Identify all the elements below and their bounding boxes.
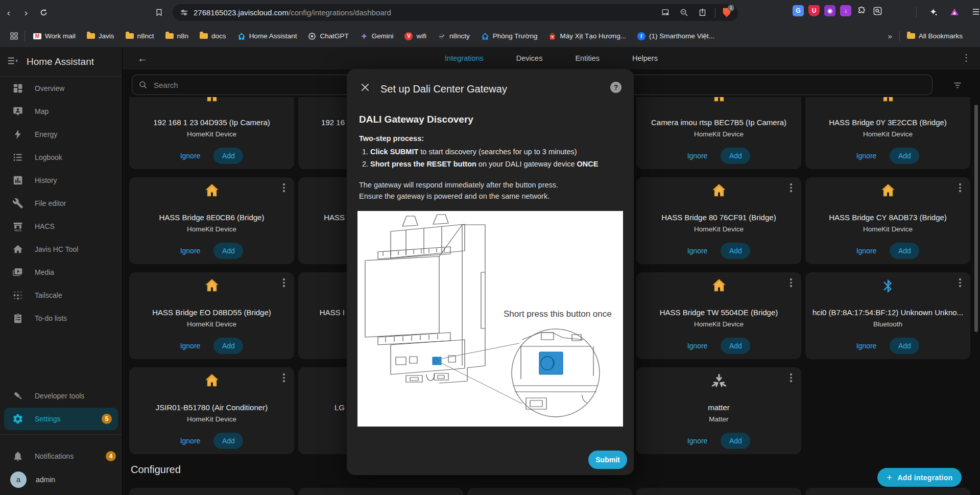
- homekit-home-icon: [636, 97, 801, 104]
- purple-extension-icon[interactable]: ◉: [824, 5, 835, 16]
- card-menu-icon[interactable]: [955, 278, 965, 290]
- add-button[interactable]: Add: [721, 433, 750, 449]
- sidebar-item-history[interactable]: History: [0, 169, 122, 192]
- bookmark-smarthome[interactable]: f(1) Smarthome Việt...: [637, 32, 714, 40]
- sidebar-toggle-icon[interactable]: [7, 55, 18, 68]
- card-menu-icon[interactable]: [786, 373, 796, 385]
- forward-icon[interactable]: ›: [17, 7, 35, 18]
- leo-ai-icon[interactable]: [925, 4, 941, 19]
- add-button[interactable]: Add: [721, 148, 750, 164]
- tab-groups-icon[interactable]: [6, 29, 21, 44]
- sidebar-item-settings[interactable]: Settings 5: [4, 408, 118, 430]
- extensions-puzzle-icon[interactable]: [856, 5, 867, 16]
- scrollbar[interactable]: [974, 105, 978, 332]
- bookmark-n8n[interactable]: n8n: [165, 32, 189, 40]
- add-button[interactable]: Add: [213, 433, 243, 449]
- sidebar-item-overview[interactable]: Overview: [0, 77, 122, 100]
- sidebar-item-map[interactable]: Map: [0, 100, 122, 123]
- bookmark-docs[interactable]: docs: [200, 32, 226, 40]
- all-bookmarks[interactable]: All Bookmarks: [907, 32, 963, 40]
- bookmarks-overflow-chevron[interactable]: »: [888, 32, 892, 40]
- card-subtitle: Matter: [640, 415, 797, 423]
- ignore-button[interactable]: Ignore: [856, 247, 877, 255]
- search-page-extension-icon[interactable]: [872, 5, 883, 16]
- bookmark-work-mail[interactable]: MWork mail: [33, 32, 76, 40]
- bookmark-gemini[interactable]: Gemini: [360, 32, 394, 40]
- sidebar-item-notifications[interactable]: Notifications 4: [0, 444, 122, 467]
- address-bar[interactable]: 2768165023.javiscloud.com/config/integra…: [173, 4, 738, 21]
- add-button[interactable]: Add: [890, 338, 919, 354]
- ignore-button[interactable]: Ignore: [687, 342, 708, 350]
- add-button[interactable]: Add: [213, 243, 243, 259]
- brave-shield-icon[interactable]: 1: [721, 7, 733, 19]
- add-button[interactable]: Add: [721, 338, 750, 354]
- zoom-icon[interactable]: [676, 5, 691, 20]
- sidebar-item-logbook[interactable]: Logbook: [0, 146, 122, 169]
- help-icon[interactable]: ?: [610, 82, 622, 93]
- add-button[interactable]: Add: [890, 148, 919, 164]
- ignore-button[interactable]: Ignore: [856, 152, 877, 160]
- sidebar-item-tailscale[interactable]: Tailscale: [0, 284, 122, 307]
- add-button[interactable]: Add: [721, 243, 750, 259]
- sidebar-item-energy[interactable]: Energy: [0, 123, 122, 146]
- bookmark-n8ncty[interactable]: n8ncty: [438, 32, 470, 40]
- bookmark-javis[interactable]: Javis: [87, 32, 114, 40]
- ignore-button[interactable]: Ignore: [180, 152, 201, 160]
- card-menu-icon[interactable]: [786, 278, 796, 290]
- bookmark-chatgpt[interactable]: ChatGPT: [308, 32, 348, 40]
- submit-button[interactable]: Submit: [588, 451, 627, 469]
- add-button[interactable]: Add: [213, 338, 243, 354]
- sidebar-item-javis-hc-tool[interactable]: Javis HC Tool: [0, 238, 122, 261]
- ignore-button[interactable]: Ignore: [180, 342, 201, 350]
- sidebar-item-file-editor[interactable]: File editor: [0, 192, 122, 215]
- bookmark-icon[interactable]: [151, 5, 166, 20]
- sidebar-item-todo-lists[interactable]: To-do lists: [0, 307, 122, 329]
- downloader-extension-icon[interactable]: ↓: [840, 5, 851, 16]
- bookmark-may-xit[interactable]: S Máy Xịt Tạo Hương...: [548, 32, 626, 40]
- tab-integrations[interactable]: Integrations: [444, 48, 485, 68]
- card-menu-icon[interactable]: [955, 97, 965, 100]
- ignore-button[interactable]: Ignore: [180, 247, 201, 255]
- translate-extension-icon[interactable]: G: [793, 5, 804, 16]
- add-integration-button[interactable]: + Add integration: [877, 468, 962, 487]
- bookmark-n8nct[interactable]: n8nct: [126, 32, 154, 40]
- overflow-menu-icon[interactable]: ⋮: [962, 52, 971, 63]
- ignore-button[interactable]: Ignore: [687, 152, 708, 160]
- add-button[interactable]: Add: [890, 243, 919, 259]
- card-menu-icon[interactable]: [786, 97, 796, 100]
- search-input[interactable]: [153, 80, 357, 90]
- gateway-illustration: Short press this button once: [357, 211, 623, 427]
- ignore-button[interactable]: Ignore: [856, 342, 877, 350]
- add-button[interactable]: Add: [213, 148, 243, 164]
- filter-icon[interactable]: [950, 78, 965, 93]
- card-menu-icon[interactable]: [279, 97, 289, 100]
- card-menu-icon[interactable]: [279, 183, 289, 195]
- send-to-device-icon[interactable]: [658, 5, 673, 20]
- bookmark-wifi[interactable]: Vwifi: [404, 32, 426, 40]
- close-icon[interactable]: [358, 80, 372, 95]
- tab-entities[interactable]: Entities: [574, 48, 601, 68]
- ignore-button[interactable]: Ignore: [687, 247, 708, 255]
- bookmark-phong-truong[interactable]: Phòng Trường: [481, 32, 538, 40]
- card-menu-icon[interactable]: [955, 183, 965, 195]
- bookmarks-bar: MWork mail Javis n8nct n8n docs Home Ass…: [0, 25, 980, 47]
- tab-helpers[interactable]: Helpers: [631, 48, 659, 68]
- brave-rewards-icon[interactable]: [947, 4, 962, 19]
- ignore-button[interactable]: Ignore: [180, 437, 201, 445]
- ignore-button[interactable]: Ignore: [687, 437, 708, 445]
- menu-icon[interactable]: [968, 4, 980, 19]
- share-icon[interactable]: [695, 5, 710, 20]
- card-menu-icon[interactable]: [279, 373, 289, 385]
- card-menu-icon[interactable]: [786, 183, 796, 195]
- back-icon[interactable]: ‹: [0, 7, 17, 18]
- sidebar-item-developer-tools[interactable]: Developer tools: [0, 384, 122, 407]
- sidebar-item-media[interactable]: Media: [0, 261, 122, 284]
- card-menu-icon[interactable]: [279, 278, 289, 290]
- sidebar-item-user[interactable]: a admin: [0, 468, 122, 491]
- reload-icon[interactable]: [35, 8, 52, 17]
- sidebar-item-hacs[interactable]: HACS HACS: [0, 215, 122, 238]
- tab-devices[interactable]: Devices: [515, 48, 544, 68]
- bookmark-home-assistant[interactable]: Home Assistant: [237, 32, 297, 40]
- shield-extension-icon[interactable]: U: [808, 5, 820, 16]
- site-settings-icon[interactable]: [180, 8, 188, 17]
